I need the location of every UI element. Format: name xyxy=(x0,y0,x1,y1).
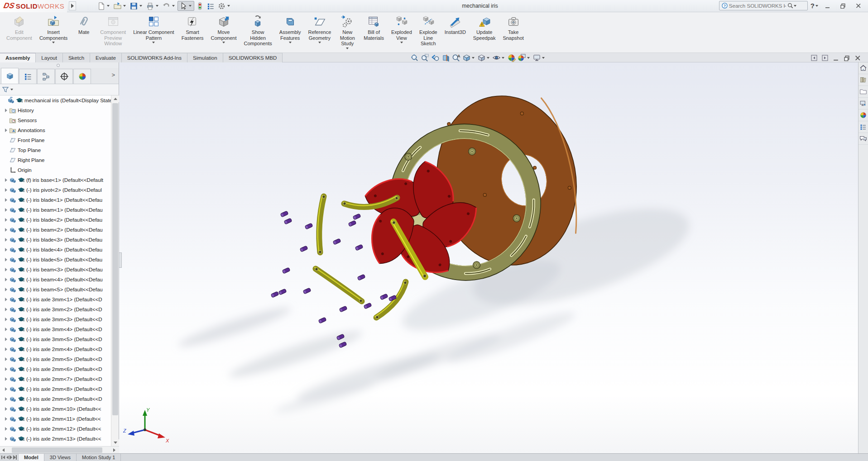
expand-caret-icon[interactable] xyxy=(5,178,7,182)
zoom-to-fit-button[interactable] xyxy=(410,53,419,62)
simulation-tab[interactable]: Simulation xyxy=(187,53,223,62)
filter-caret-icon[interactable] xyxy=(10,89,13,90)
previous-view-button[interactable] xyxy=(431,53,440,62)
tree-item[interactable]: (-) iris axle 2mm<8> (Default<<D xyxy=(0,384,111,394)
tree-item[interactable]: (-) iris axle 2mm<4> (Default<<D xyxy=(0,344,111,354)
dropdown-caret-icon[interactable] xyxy=(289,42,292,43)
help-search-input[interactable] xyxy=(728,3,787,9)
display-manager-tab[interactable] xyxy=(73,69,91,84)
tree-item[interactable]: Top Plane xyxy=(0,145,111,155)
expand-caret-icon[interactable] xyxy=(5,427,7,431)
search-icon[interactable] xyxy=(787,2,794,9)
previous-study-button[interactable] xyxy=(6,456,9,459)
restore-button[interactable] xyxy=(836,1,849,10)
tree-item[interactable]: (-) iris axle 2mm<6> (Default<<D xyxy=(0,364,111,374)
explode-line-sketch-button[interactable]: Explode Line Sketch xyxy=(416,13,441,52)
menu-expand-button[interactable] xyxy=(69,1,76,10)
tree-vertical-scrollbar[interactable] xyxy=(111,95,119,446)
tree-item[interactable]: (-) iris axle 3mm<3> (Default<<D xyxy=(0,314,111,324)
component-preview-window-button[interactable]: Component Preview Window xyxy=(96,13,129,52)
tree-item[interactable]: Front Plane xyxy=(0,135,111,145)
dropdown-caret-icon[interactable] xyxy=(189,5,192,7)
scroll-down-icon[interactable] xyxy=(114,442,117,444)
expand-caret-icon[interactable] xyxy=(5,248,7,252)
scroll-right-icon[interactable] xyxy=(113,448,115,452)
doc-restore-icon[interactable] xyxy=(844,55,850,61)
model-tab[interactable]: Model xyxy=(19,454,44,461)
mate-button[interactable]: Mate xyxy=(71,13,96,52)
tree-item[interactable]: (-) iris beam<1> (Default<<Defau xyxy=(0,205,111,215)
appearances-scenes-tab[interactable] xyxy=(858,109,868,121)
tree-item[interactable]: (-) iris pivot<2> (Default<<Defaul xyxy=(0,185,111,195)
select-cursor-button[interactable] xyxy=(177,1,194,11)
help-menu[interactable]: ? xyxy=(810,2,818,10)
edit-component-button[interactable]: Edit Component xyxy=(3,13,36,52)
next-pane-icon[interactable] xyxy=(822,55,828,61)
new-motion-study-button[interactable]: New Motion Study xyxy=(335,13,360,52)
3d-views-tab[interactable]: 3D Views xyxy=(44,454,77,461)
dropdown-caret-icon[interactable] xyxy=(172,5,175,7)
bill-of-materials-button[interactable]: Bill of Materials xyxy=(360,13,388,52)
tree-item[interactable]: (f) iris base<1> (Default<<Default xyxy=(0,175,111,185)
rebuild-button[interactable] xyxy=(195,1,205,11)
undo-button[interactable] xyxy=(161,1,177,11)
expand-caret-icon[interactable] xyxy=(5,218,7,222)
tree-item[interactable]: (-) iris axle 2mm<12> (Default<< xyxy=(0,424,111,434)
tree-item[interactable]: (-) iris blade<5> (Default<<Defau xyxy=(0,255,111,265)
exploded-view-button[interactable]: Exploded View xyxy=(388,13,416,52)
custom-properties-tab[interactable] xyxy=(858,121,868,133)
expand-caret-icon[interactable] xyxy=(5,188,7,192)
tree-item[interactable]: (-) iris beam<4> (Default<<Defau xyxy=(0,275,111,285)
tree-item[interactable]: History xyxy=(0,105,111,115)
configuration-manager-tab[interactable] xyxy=(37,69,55,84)
dropdown-caret-icon[interactable] xyxy=(542,57,545,59)
tree-item[interactable]: (-) iris axle 3mm<5> (Default<<D xyxy=(0,334,111,344)
expand-caret-icon[interactable] xyxy=(5,109,7,112)
dropdown-caret-icon[interactable] xyxy=(156,5,158,7)
expand-caret-icon[interactable] xyxy=(5,128,7,132)
tree-item[interactable]: mechanical iris (Default<Display State xyxy=(0,95,111,105)
home-tab[interactable] xyxy=(858,62,868,74)
move-component-button[interactable]: Move Component xyxy=(207,13,240,52)
settings-button[interactable] xyxy=(216,1,232,11)
file-explorer-tab[interactable] xyxy=(858,86,868,98)
dropdown-caret-icon[interactable] xyxy=(152,42,155,43)
dropdown-caret-icon[interactable] xyxy=(227,5,230,7)
scroll-left-icon[interactable] xyxy=(2,448,5,452)
dropdown-caret-icon[interactable] xyxy=(52,42,55,43)
dropdown-caret-icon[interactable] xyxy=(487,57,489,59)
view-orientation-button[interactable] xyxy=(462,53,476,62)
expand-caret-icon[interactable] xyxy=(5,308,7,311)
previous-pane-icon[interactable] xyxy=(811,55,817,61)
evaluate-tab[interactable]: Evaluate xyxy=(90,53,122,62)
tree-item[interactable]: (-) iris axle 2mm<7> (Default<<D xyxy=(0,374,111,384)
expand-caret-icon[interactable] xyxy=(5,417,7,421)
first-study-button[interactable] xyxy=(1,456,5,459)
section-view-button[interactable] xyxy=(441,53,451,62)
doc-minimize-icon[interactable] xyxy=(833,55,839,61)
expand-caret-icon[interactable] xyxy=(5,198,7,202)
expand-caret-icon[interactable] xyxy=(5,328,7,331)
smart-fasteners-button[interactable]: Smart Fasteners xyxy=(178,13,207,52)
design-library-tab[interactable] xyxy=(858,74,868,86)
expand-caret-icon[interactable] xyxy=(5,258,7,261)
expand-caret-icon[interactable] xyxy=(5,357,7,361)
solidworks-mbd-tab[interactable]: SOLIDWORKS MBD xyxy=(223,53,283,62)
dropdown-caret-icon[interactable] xyxy=(107,5,110,7)
show-hidden-components-button[interactable]: Show Hidden Components xyxy=(240,13,275,52)
tree-item[interactable]: (-) iris blade<3> (Default<<Defau xyxy=(0,235,111,245)
expand-caret-icon[interactable] xyxy=(5,288,7,291)
dropdown-caret-icon[interactable] xyxy=(346,48,349,49)
dimxpert-manager-tab[interactable] xyxy=(55,69,73,84)
expand-caret-icon[interactable] xyxy=(5,337,7,341)
tree-item[interactable]: (-) iris beam<3> (Default<<Defau xyxy=(0,265,111,275)
tree-item[interactable]: (-) iris blade<2> (Default<<Defau xyxy=(0,215,111,225)
dropdown-caret-icon[interactable] xyxy=(472,57,475,59)
update-speedpak-button[interactable]: Update Speedpak xyxy=(470,13,499,52)
tree-item[interactable]: (-) iris beam<5> (Default<<Defau xyxy=(0,285,111,295)
assembly-tab[interactable]: Assembly xyxy=(0,53,36,62)
dropdown-caret-icon[interactable] xyxy=(123,5,126,7)
tree-item[interactable]: (-) iris blade<1> (Default<<Defau xyxy=(0,195,111,205)
expand-caret-icon[interactable] xyxy=(5,208,7,212)
scroll-thumb[interactable] xyxy=(112,103,118,415)
